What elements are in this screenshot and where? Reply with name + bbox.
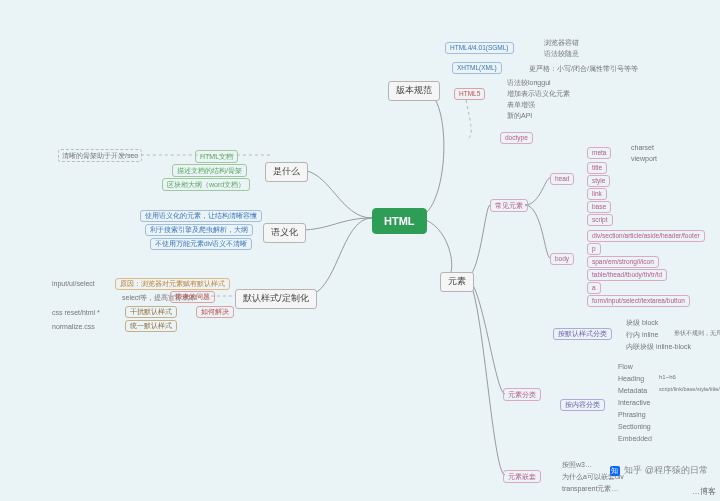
element-nesting[interactable]: 元素嵌套 [503,470,541,483]
cnt-embedded: Embedded [614,432,656,445]
ver-html4-v1: 语法较随意 [540,47,583,60]
body-i0[interactable]: div/section/article/aside/header/footer [587,230,705,242]
disp-inline-v: 形状不规则，无尺寸 [670,328,720,340]
head-meta[interactable]: meta [587,147,611,159]
common-elements[interactable]: 常见元素 [490,199,528,212]
watermark-csdn: …博客 [692,486,716,497]
body-node[interactable]: body [550,253,574,265]
defstyle-problem-sub: input/ul/select [48,277,99,290]
topic-whatis[interactable]: 是什么 [265,162,308,182]
head-link[interactable]: link [587,188,607,200]
defstyle-reset[interactable]: 干扰默认样式 [125,306,177,318]
head-script[interactable]: script [587,214,613,226]
root-node[interactable]: HTML [372,208,427,234]
disp-inlineblock: 内联块级 inline-block [622,340,695,353]
cnt-metadata-v: script/link/base/style/title/template [655,384,720,395]
ver-html5-v3: 新的API [503,109,536,122]
defstyle-normalize-sub: normalize.css [48,320,99,333]
ver-html5[interactable]: HTML5 [454,88,485,100]
ver-xhtml[interactable]: XHTML(XML) [452,62,502,74]
body-i1[interactable]: p [587,243,601,255]
semantic-item-0[interactable]: 使用语义化的元素，让结构清晰容懂 [140,210,262,222]
nest-2: transparent元素… [558,482,622,495]
body-i3[interactable]: table/thead/tbody/th/tr/td [587,269,667,281]
defstyle-problem[interactable]: 带来的问题 [170,291,215,303]
meta-viewport: viewport [627,152,661,165]
body-i2[interactable]: span/em/strong/i/icon [587,256,659,268]
cnt-heading-v: h1~h6 [655,372,680,384]
semantic-item-1[interactable]: 利于搜索引擎及爬虫解析，大纲 [145,224,253,236]
edges-layer [0,0,720,501]
doctype[interactable]: doctype [500,132,533,144]
body-i4[interactable]: a [587,282,601,294]
body-i5[interactable]: form/input/select/textarea/button [587,295,690,307]
watermark-zhihu: 知 知乎 @程序猿的日常 [610,464,708,477]
head-base[interactable]: base [587,201,611,213]
element-classify[interactable]: 元素分类 [503,388,541,401]
head-node[interactable]: head [550,173,574,185]
head-style[interactable]: style [587,175,610,187]
topic-version[interactable]: 版本规范 [388,81,440,101]
whatis-item-2[interactable]: 区块相大纲（word文档） [162,178,250,191]
mindmap-stage: HTML 是什么 HTML文档 描述文档的结构/骨架 区块相大纲（word文档）… [0,0,720,501]
defstyle-howto[interactable]: 如何解决 [196,306,234,318]
whatis-item-0[interactable]: HTML文档 [195,150,238,163]
semantic-item-2[interactable]: 不使用万能元素div语义不清晰 [150,238,252,250]
whatis-note: 清晰的骨架助于开发/seo [58,149,142,162]
classify-display[interactable]: 按默认样式分类 [553,328,612,340]
classify-content[interactable]: 按内容分类 [560,399,605,411]
topic-defaultstyle[interactable]: 默认样式/定制化 [235,289,317,309]
zhihu-icon: 知 [610,466,620,476]
defstyle-reset-sub: css reset/html * [48,306,104,319]
head-title[interactable]: title [587,162,607,174]
defstyle-reason[interactable]: 原因：浏览器对元素赋有默认样式 [115,278,230,290]
whatis-item-1[interactable]: 描述文档的结构/骨架 [172,164,247,177]
defstyle-normalize[interactable]: 统一默认样式 [125,320,177,332]
ver-html4[interactable]: HTML4/4.01(SGML) [445,42,514,54]
ver-xhtml-v0: 更严格：小写/闭合/属性带引号等等 [525,62,642,75]
topic-semantic[interactable]: 语义化 [263,223,306,243]
topic-element[interactable]: 元素 [440,272,474,292]
